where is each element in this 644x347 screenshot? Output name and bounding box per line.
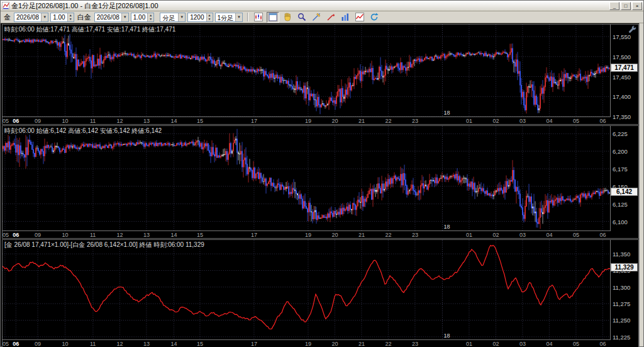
gold-chart-panel: 時刻:06:00 始値:17,471 高値:17,471 安値:17,471 終… [2, 24, 639, 125]
chevron-down-icon[interactable]: ▼ [121, 13, 128, 21]
x-axis-label: 13 [143, 232, 150, 238]
x-axis-label: 23 [412, 232, 418, 238]
x-axis-label: 22 [385, 341, 391, 347]
x-axis-label: 21 [358, 341, 365, 347]
date-marker-label: 18 [443, 333, 450, 339]
spread-plot-area[interactable]: [金 26/08 17,471×1.00]-[白金 26/08 6,142×1.… [3, 240, 611, 339]
hand-icon [283, 13, 292, 21]
x-axis-label: 15 [197, 118, 203, 124]
spinner-arrows-icon[interactable]: ▲▼ [206, 13, 213, 21]
chart-window: 金1分足[2026/08]1.00 - 白金1分足[2026/08]1.00 _… [0, 0, 644, 347]
x-axis-label: 17 [251, 341, 257, 347]
toolbar-separator [247, 13, 248, 21]
x-axis-label: 20 [331, 118, 338, 124]
chevron-down-icon[interactable]: ▼ [41, 13, 48, 21]
x-axis-label: 19 [305, 118, 311, 124]
charts-area: 時刻:06:00 始値:17,471 高値:17,471 安値:17,471 終… [1, 23, 643, 346]
x-axis-label: 09 [35, 118, 41, 124]
y-axis-label: 17,550 [613, 33, 631, 40]
indicator-chart-button[interactable] [353, 12, 366, 23]
gold-month-select[interactable]: 2026/08 ▼ [14, 13, 48, 22]
settings-wrench-icon[interactable] [628, 25, 637, 34]
close-button[interactable]: × [632, 2, 642, 10]
bar-count-input[interactable]: 1200 ▲▼ [187, 13, 213, 22]
spinner-arrows-icon[interactable]: ▲▼ [67, 13, 74, 21]
x-axis-label: 14 [170, 341, 177, 347]
x-axis-label: 04 [546, 118, 552, 124]
refresh-button[interactable] [368, 12, 380, 23]
x-axis-label: 13 [143, 118, 150, 124]
y-axis-label: 17,500 [613, 54, 631, 60]
platinum-plot-area[interactable]: 時刻:06:00 始値:6,142 高値:6,142 安値:6,142 終値:6… [3, 126, 611, 230]
platinum-x-axis: 0506091011121314151719202122230102030405… [3, 230, 611, 238]
x-axis-label: 09 [35, 232, 41, 238]
spin-down-icon[interactable]: ▼ [68, 17, 74, 21]
right-scrollbar[interactable] [639, 23, 643, 346]
x-axis-label: 22 [385, 118, 391, 124]
spread-x-axis: 0506091011121314151719202122230102030405… [3, 339, 611, 347]
x-axis-label: 14 [170, 118, 177, 124]
x-axis-label: 06 [13, 341, 19, 347]
x-axis-label: 12 [116, 232, 123, 238]
indicator-chart-icon [355, 13, 364, 21]
platinum-label: 白金 [76, 13, 92, 22]
x-axis-label: 19 [305, 341, 311, 347]
spin-down-icon[interactable]: ▼ [148, 17, 153, 21]
x-axis-label: 06 [13, 232, 19, 238]
y-axis-label: 6,100 [613, 219, 628, 225]
gold-multiplier-input[interactable]: 1.00 ▲▼ [50, 13, 74, 22]
x-axis-label: 05 [573, 341, 579, 347]
titlebar[interactable]: 金1分足[2026/08]1.00 - 白金1分足[2026/08]1.00 _… [1, 1, 643, 11]
gold-multiplier-value: 1.00 [51, 13, 67, 21]
y-axis-label: 11,350 [613, 251, 630, 258]
maximize-button[interactable]: □ [621, 2, 631, 10]
x-axis-label: 17 [251, 232, 257, 238]
x-axis-label: 05 [573, 118, 579, 124]
x-axis-label: 22 [385, 232, 391, 238]
x-axis-label: 11 [90, 232, 96, 238]
chevron-down-icon[interactable]: ▼ [235, 13, 242, 21]
interval-value: 分足 [160, 13, 178, 21]
x-axis-label: 01 [466, 341, 472, 347]
zoom-button[interactable] [296, 12, 308, 23]
y-axis-label: 11,275 [613, 300, 630, 307]
platinum-info-line: 時刻:06:00 始値:6,142 高値:6,142 安値:6,142 終値:6… [4, 127, 162, 135]
chart-style-button[interactable] [252, 12, 265, 23]
y-axis-label: 11,225 [613, 334, 630, 341]
minimize-button[interactable]: _ [609, 2, 619, 10]
platinum-y-axis: 6,2256,2006,1756,1506,1256,1006,142 [611, 126, 638, 238]
last-price-box: 11,329 [611, 263, 638, 271]
gold-x-axis: 0506091011121314151719202122230102030405… [3, 117, 611, 124]
layout-button[interactable] [267, 12, 279, 23]
platinum-month-select[interactable]: 2026/08 ▼ [94, 13, 129, 22]
app-icon [2, 2, 9, 9]
y-axis-label: 17,400 [613, 93, 631, 100]
chevron-down-icon[interactable]: ▼ [178, 13, 185, 21]
platinum-multiplier-input[interactable]: 1.00 ▲▼ [131, 13, 154, 22]
gold-info-line: 時刻:06:00 始値:17,471 高値:17,471 安値:17,471 終… [4, 25, 175, 34]
bar-chart-button[interactable] [339, 12, 352, 23]
interval-select[interactable]: 分足 ▼ [160, 13, 186, 22]
x-axis-label: 11 [90, 341, 96, 347]
draw-line-button[interactable] [310, 12, 323, 23]
spin-down-icon[interactable]: ▼ [207, 17, 213, 21]
annotate-button[interactable] [325, 12, 337, 23]
gold-plot-area[interactable]: 時刻:06:00 始値:17,471 高値:17,471 安値:17,471 終… [3, 25, 611, 117]
refresh-icon [370, 13, 379, 21]
spinner-arrows-icon[interactable]: ▲▼ [147, 13, 153, 21]
x-axis-label: 01 [466, 118, 472, 124]
x-axis-label: 06 [599, 341, 606, 347]
spread-info-line: [金 26/08 17,471×1.00]-[白金 26/08 6,142×1.… [4, 241, 204, 249]
x-axis-label: 21 [358, 232, 365, 238]
x-axis-label: 02 [492, 118, 499, 124]
x-axis-label: 02 [492, 341, 499, 347]
timeframe-select[interactable]: 1分足 ▼ [215, 13, 243, 22]
y-axis-label: 6,125 [613, 201, 628, 208]
x-axis-label: 20 [331, 341, 338, 347]
x-axis-label: 10 [62, 232, 68, 238]
x-axis-label: 15 [197, 232, 203, 238]
pan-button[interactable] [281, 12, 294, 23]
x-axis-label: 10 [62, 341, 68, 347]
layout-icon [269, 13, 277, 21]
x-axis-label: 05 [3, 118, 9, 124]
